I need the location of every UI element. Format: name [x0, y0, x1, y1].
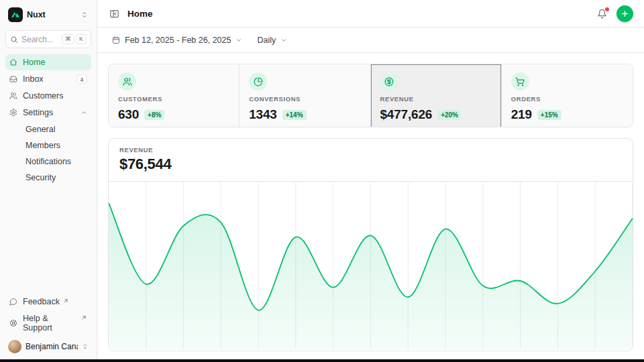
- stat-label: CUSTOMERS: [118, 95, 229, 103]
- chevron-up-down-icon: [82, 343, 89, 350]
- user-menu[interactable]: Benjamin Canac: [5, 337, 91, 357]
- settings-submenu: General Members Notifications Security: [5, 121, 91, 186]
- users-icon: [118, 72, 136, 90]
- lifebuoy-icon: [9, 319, 17, 327]
- sidebar-item-inbox[interactable]: Inbox 4: [5, 71, 91, 87]
- sidebar-item-label: Help & Support: [23, 314, 78, 333]
- panel-left-icon: [109, 9, 119, 19]
- sidebar-spacer: [5, 186, 91, 293]
- stat-delta-badge: +15%: [537, 110, 561, 120]
- sidebar-item-home[interactable]: Home: [5, 54, 91, 70]
- granularity-label: Daily: [257, 36, 276, 45]
- user-name: Benjamin Canac: [25, 342, 78, 351]
- chart-current-value: $76,544: [119, 156, 622, 173]
- external-link-icon: [62, 298, 69, 304]
- message-bubble-icon: [9, 298, 17, 306]
- plus-icon: [621, 9, 629, 18]
- sidebar-item-customers[interactable]: Customers: [5, 88, 91, 104]
- search-icon: [10, 36, 18, 44]
- chart-header: REVENUE $76,544: [109, 139, 633, 182]
- home-icon: [9, 58, 17, 66]
- sidebar-item-label: Inbox: [23, 74, 44, 84]
- inbox-icon: [9, 75, 17, 83]
- stat-label: CONVERSIONS: [249, 95, 360, 103]
- date-range-picker[interactable]: Feb 12, 2025 - Feb 26, 2025: [108, 32, 246, 48]
- chevron-up-icon: [80, 109, 87, 116]
- workspace-name: Nuxt: [27, 10, 76, 19]
- sidebar-item-members[interactable]: Members: [5, 137, 91, 154]
- chart-title: REVENUE: [119, 146, 622, 154]
- x-axis-ticks: 14 Feb16 Feb18 Feb20 Feb22 Feb24 Feb: [109, 349, 633, 351]
- notifications-button[interactable]: [596, 7, 608, 20]
- filter-toolbar: Feb 12, 2025 - Feb 26, 2025 Daily: [97, 27, 644, 53]
- stat-value: 1343: [249, 107, 276, 122]
- main-area: Home Fe: [97, 0, 644, 362]
- sidebar-item-security[interactable]: Security: [5, 170, 91, 186]
- chevron-down-icon: [235, 37, 242, 44]
- sidebar-item-settings[interactable]: Settings: [5, 105, 91, 121]
- stat-card-conversions[interactable]: CONVERSIONS 1343 +14%: [239, 64, 370, 127]
- window-bottom-edge: [0, 359, 644, 362]
- stats-grid: CUSTOMERS 630 +8% CONVERSIONS 1343 +14%: [108, 64, 633, 127]
- avatar: [8, 340, 21, 353]
- stat-label: REVENUE: [380, 95, 492, 103]
- top-header: Home: [97, 0, 644, 27]
- content: CUSTOMERS 630 +8% CONVERSIONS 1343 +14%: [97, 53, 644, 362]
- stat-delta-badge: +8%: [144, 110, 164, 120]
- x-tick-label: 14 Feb: [173, 351, 194, 351]
- revenue-chart-card: REVENUE $76,544 14 Feb16 Feb18 Feb20 Feb…: [108, 138, 633, 351]
- stat-value: $477,626: [380, 107, 433, 122]
- users-icon: [9, 92, 17, 100]
- stat-delta-badge: +14%: [282, 110, 307, 120]
- stat-label: ORDERS: [511, 95, 623, 103]
- chevron-down-icon: [280, 37, 287, 44]
- sidebar-item-notifications[interactable]: Notifications: [5, 154, 91, 170]
- app-window: Nuxt ⌘K Home Inbox 4: [0, 0, 644, 362]
- granularity-select[interactable]: Daily: [253, 32, 291, 48]
- collapse-sidebar-button[interactable]: [108, 7, 121, 20]
- search-field[interactable]: [21, 35, 54, 44]
- pie-chart-icon: [249, 72, 267, 90]
- x-tick-label: 22 Feb: [472, 351, 493, 351]
- add-button[interactable]: [616, 5, 633, 22]
- search-input[interactable]: ⌘K: [5, 30, 91, 48]
- stat-card-customers[interactable]: CUSTOMERS 630 +8%: [109, 64, 239, 127]
- notification-dot: [605, 7, 609, 11]
- stat-card-orders[interactable]: ORDERS 219 +15%: [502, 64, 633, 127]
- stat-value: 219: [511, 107, 532, 122]
- sidebar-item-general[interactable]: General: [5, 121, 91, 137]
- nuxt-logo-icon: [8, 7, 23, 22]
- dollar-circle-icon: [380, 72, 398, 90]
- stat-card-revenue[interactable]: REVENUE $477,626 +20%: [371, 64, 502, 127]
- chart-plot-area[interactable]: 14 Feb16 Feb18 Feb20 Feb22 Feb24 Feb: [109, 182, 633, 351]
- stat-delta-badge: +20%: [437, 110, 462, 120]
- sidebar-item-label: Feedback: [23, 297, 60, 306]
- chevron-up-down-icon: [80, 11, 89, 19]
- sidebar-item-feedback[interactable]: Feedback: [5, 294, 91, 310]
- page-title: Home: [127, 9, 153, 19]
- sidebar-item-label: Customers: [23, 91, 63, 101]
- sidebar-item-help-support[interactable]: Help & Support: [5, 310, 91, 336]
- sidebar-item-label: Settings: [23, 108, 53, 117]
- workspace-switcher[interactable]: Nuxt: [5, 5, 91, 24]
- area-chart: [109, 182, 633, 349]
- sidebar: Nuxt ⌘K Home Inbox 4: [0, 0, 97, 362]
- gear-icon: [9, 109, 17, 117]
- search-shortcut: ⌘K: [62, 34, 87, 45]
- date-range-label: Feb 12, 2025 - Feb 26, 2025: [125, 36, 231, 45]
- inbox-count-badge: 4: [76, 74, 87, 84]
- x-tick-label: 24 Feb: [547, 351, 568, 351]
- shopping-cart-icon: [511, 72, 529, 90]
- x-tick-label: 18 Feb: [323, 351, 343, 351]
- calendar-icon: [112, 36, 120, 44]
- x-tick-label: 20 Feb: [398, 351, 419, 351]
- external-link-icon: [80, 314, 87, 321]
- sidebar-item-label: Home: [23, 58, 45, 67]
- stat-value: 630: [118, 107, 139, 122]
- x-tick-label: 16 Feb: [248, 351, 269, 351]
